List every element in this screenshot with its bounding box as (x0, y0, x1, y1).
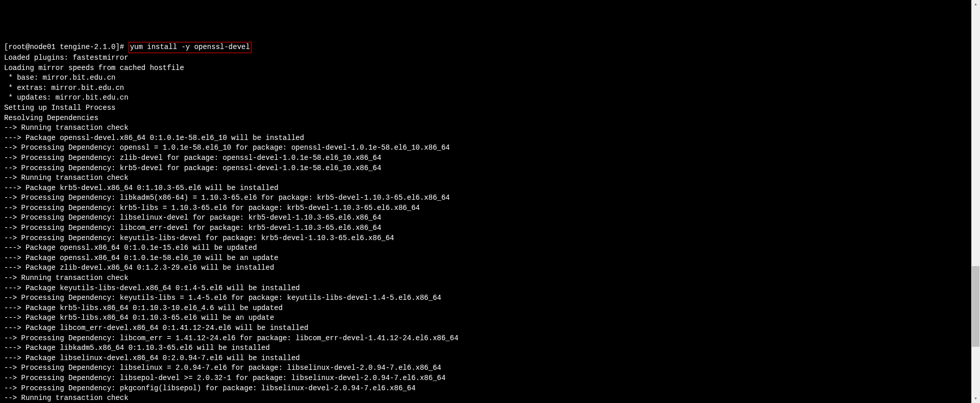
output-line: ---> Package openssl.x86_64 0:1.0.1e-15.… (4, 243, 976, 253)
output-line: ---> Package krb5-libs.x86_64 0:1.10.3-1… (4, 303, 976, 314)
output-line: --> Processing Dependency: pkgconfig(lib… (4, 384, 976, 394)
output-line: ---> Package keyutils-libs-devel.x86_64 … (4, 283, 976, 294)
output-line: ---> Package krb5-devel.x86_64 0:1.10.3-… (4, 183, 976, 194)
output-line: ---> Package libselinux-devel.x86_64 0:2… (4, 353, 976, 364)
output-line: --> Processing Dependency: libselinux = … (4, 363, 976, 373)
output-line: --> Processing Dependency: keyutils-libs… (4, 293, 976, 303)
output-line: --> Processing Dependency: openssl = 1.0… (4, 143, 976, 153)
output-line: Setting up Install Process (4, 103, 976, 113)
output-line: * base: mirror.bit.edu.cn (4, 73, 976, 83)
output-line: * updates: mirror.bit.edu.cn (4, 93, 976, 103)
output-line: ---> Package openssl.x86_64 0:1.0.1e-58.… (4, 253, 976, 264)
shell-prompt: [root@node01 tengine-2.1.0]# (4, 43, 129, 51)
output-line: ---> Package krb5-libs.x86_64 0:1.10.3-6… (4, 313, 976, 323)
terminal-output[interactable]: [root@node01 tengine-2.1.0]# yum install… (4, 42, 976, 403)
output-line: Resolving Dependencies (4, 113, 976, 124)
scroll-up-icon[interactable]: ▴ (971, 0, 980, 9)
output-line: --> Running transaction check (4, 273, 976, 283)
shell-command: yum install -y openssl-devel (129, 42, 252, 53)
scrollbar-thumb[interactable] (972, 266, 979, 347)
output-line: --> Processing Dependency: krb5-devel fo… (4, 163, 976, 174)
output-line: ---> Package zlib-devel.x86_64 0:1.2.3-2… (4, 263, 976, 273)
output-line: --> Processing Dependency: libsepol-deve… (4, 373, 976, 384)
output-line: --> Processing Dependency: libkadm5(x86-… (4, 193, 976, 203)
output-line: --> Processing Dependency: zlib-devel fo… (4, 153, 976, 163)
output-container: Loaded plugins: fastestmirrorLoading mir… (4, 53, 976, 403)
output-line: --> Processing Dependency: libcom_err-de… (4, 223, 976, 233)
output-line: ---> Package libcom_err-devel.x86_64 0:1… (4, 323, 976, 334)
output-line: --> Processing Dependency: krb5-libs = 1… (4, 203, 976, 214)
output-line: --> Processing Dependency: libselinux-de… (4, 213, 976, 223)
output-line: --> Running transaction check (4, 173, 976, 183)
output-line: ---> Package libkadm5.x86_64 0:1.10.3-65… (4, 343, 976, 353)
output-line: Loaded plugins: fastestmirror (4, 53, 976, 63)
output-line: --> Running transaction check (4, 123, 976, 133)
vertical-scrollbar[interactable]: ▴ ▾ (971, 0, 980, 403)
output-line: --> Processing Dependency: keyutils-libs… (4, 233, 976, 244)
output-line: Loading mirror speeds from cached hostfi… (4, 63, 976, 74)
scroll-down-icon[interactable]: ▾ (971, 394, 980, 403)
output-line: ---> Package openssl-devel.x86_64 0:1.0.… (4, 133, 976, 144)
output-line: * extras: mirror.bit.edu.cn (4, 83, 976, 93)
output-line: --> Processing Dependency: libcom_err = … (4, 334, 976, 344)
output-line: --> Running transaction check (4, 393, 976, 403)
